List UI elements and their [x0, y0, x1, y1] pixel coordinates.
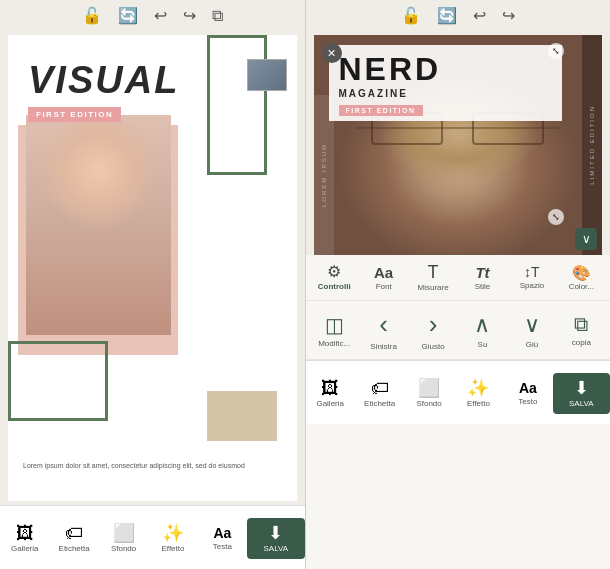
style-icon: Tt — [475, 265, 489, 280]
right-label: Giusto — [421, 342, 444, 351]
right-save-icon: ⬇ — [574, 379, 589, 397]
right-undo-icon[interactable]: ↩ — [473, 6, 486, 25]
modify-icon: ◫ — [325, 313, 344, 337]
right-nav-gallery[interactable]: 🖼 Galleria — [306, 379, 355, 408]
lorem-ipsum-text: LOREM IPSUM — [321, 143, 327, 207]
action-modify[interactable]: ◫ Modific... — [310, 313, 359, 348]
down-label: Giù — [526, 340, 538, 349]
close-button[interactable]: ✕ — [322, 43, 342, 63]
tool-space[interactable]: ↕T Spazio — [507, 265, 556, 290]
refresh-icon[interactable]: 🔄 — [118, 6, 138, 25]
limited-edition-text: LIMITED EDITION — [589, 105, 595, 185]
visual-title: VISUAL — [28, 59, 179, 102]
right-label-icon: 🏷 — [371, 379, 389, 397]
woman-figure — [26, 115, 171, 335]
tool-style[interactable]: Tt Stile — [458, 265, 507, 291]
nav-text[interactable]: Aa Testa — [198, 526, 247, 551]
right-arrow-icon: › — [429, 309, 438, 340]
lorem-text: Lorem ipsum dolor sit amet, consectetur … — [23, 461, 245, 471]
magazine-right-design: NERD MAGAZINE FIRST EDITION ✕ ⤡ ⤡ LIMITE… — [314, 35, 603, 255]
action-right[interactable]: › Giusto — [408, 309, 457, 351]
nav-effect[interactable]: ✨ Effetto — [148, 524, 197, 553]
color-icon: 🎨 — [572, 265, 591, 280]
left-panel: 🔓 🔄 ↩ ↪ ⧉ VISUAL FIRST EDITION — [0, 0, 305, 569]
left-bottom-nav: 🖼 Galleria 🏷 Etichetta ⬜ Sfondo ✨ Effett… — [0, 505, 305, 569]
right-nav-text[interactable]: Aa Testo — [503, 381, 552, 406]
measure-label: Misurare — [417, 283, 448, 292]
modify-label: Modific... — [318, 339, 350, 348]
right-nav-effect-label: Effetto — [467, 399, 490, 408]
right-nav-save-label: SALVA — [569, 399, 594, 408]
right-nav-background-label: Sfondo — [416, 399, 441, 408]
right-tools: ⚙ Controlli Aa Font T Misurare Tt Stile … — [306, 255, 611, 569]
woman-photo — [26, 115, 171, 335]
magazine-text: MAGAZINE — [339, 88, 553, 99]
nav-gallery-label: Galleria — [11, 544, 39, 553]
tool-controls[interactable]: ⚙ Controlli — [310, 264, 359, 291]
resize-handle-bottom-right[interactable]: ⤡ — [548, 209, 564, 225]
action-up[interactable]: ∧ Su — [458, 312, 507, 349]
left-label: Sinistra — [370, 342, 397, 351]
nav-background[interactable]: ⬜ Sfondo — [99, 524, 148, 553]
right-nav-background[interactable]: ⬜ Sfondo — [404, 379, 453, 408]
nav-label[interactable]: 🏷 Etichetta — [49, 524, 98, 553]
right-nav-effect[interactable]: ✨ Effetto — [454, 379, 503, 408]
lorem-side: LOREM IPSUM — [314, 95, 334, 255]
text-icon: Aa — [213, 526, 231, 540]
copy-icon: ⧉ — [574, 313, 588, 336]
left-arrow-icon: ‹ — [379, 309, 388, 340]
right-redo-icon[interactable]: ↪ — [502, 6, 515, 25]
gallery-icon: 🖼 — [16, 524, 34, 542]
scroll-indicator[interactable]: ∨ — [575, 228, 597, 250]
action-copy[interactable]: ⧉ copia — [557, 313, 606, 347]
right-refresh-icon[interactable]: 🔄 — [437, 6, 457, 25]
action-down[interactable]: ∨ Giù — [507, 312, 556, 349]
nav-effect-label: Effetto — [161, 544, 184, 553]
nerd-title-box[interactable]: NERD MAGAZINE FIRST EDITION — [329, 45, 563, 121]
measure-icon: T — [428, 263, 439, 281]
green-border-bottom — [8, 341, 108, 421]
nav-text-label: Testa — [213, 542, 232, 551]
beige-rect — [207, 391, 277, 441]
right-gallery-icon: 🖼 — [321, 379, 339, 397]
right-panel: 🔓 🔄 ↩ ↪ NERD MAGAZINE FIRST EDITION ✕ — [306, 0, 611, 569]
first-edition-badge-left: FIRST EDITION — [28, 107, 121, 122]
right-lock-open-icon[interactable]: 🔓 — [401, 6, 421, 25]
right-effect-icon: ✨ — [467, 379, 489, 397]
lock-open-icon[interactable]: 🔓 — [82, 6, 102, 25]
tool-font[interactable]: Aa Font — [359, 265, 408, 291]
green-border-top — [207, 35, 267, 175]
style-label: Stile — [475, 282, 491, 291]
tool-measure[interactable]: T Misurare — [408, 263, 457, 292]
right-nav-save[interactable]: ⬇ SALVA — [553, 373, 610, 414]
label-icon: 🏷 — [65, 524, 83, 542]
left-canvas: VISUAL FIRST EDITION Lorem ipsum dolor s… — [8, 35, 297, 501]
up-label: Su — [478, 340, 488, 349]
font-icon: Aa — [374, 265, 393, 280]
font-label: Font — [376, 282, 392, 291]
save-icon: ⬇ — [268, 524, 283, 542]
nerd-text: NERD — [339, 51, 553, 88]
background-icon: ⬜ — [113, 524, 135, 542]
layers-icon[interactable]: ⧉ — [212, 7, 223, 25]
right-nav-text-label: Testo — [518, 397, 537, 406]
nav-label-label: Etichetta — [59, 544, 90, 553]
color-label: Color... — [569, 282, 594, 291]
small-photo-thumbnail — [247, 59, 287, 91]
resize-handle-top-right[interactable]: ⤡ — [548, 43, 564, 59]
nav-save[interactable]: ⬇ SALVA — [247, 518, 304, 559]
first-edition-badge-right: FIRST EDITION — [339, 105, 423, 116]
space-icon: ↕T — [524, 265, 540, 279]
action-left[interactable]: ‹ Sinistra — [359, 309, 408, 351]
right-bottom-nav: 🖼 Galleria 🏷 Etichetta ⬜ Sfondo ✨ Effett… — [306, 360, 611, 424]
right-nav-gallery-label: Galleria — [316, 399, 344, 408]
undo-icon[interactable]: ↩ — [154, 6, 167, 25]
tools-row: ⚙ Controlli Aa Font T Misurare Tt Stile … — [306, 255, 611, 301]
redo-icon[interactable]: ↪ — [183, 6, 196, 25]
tool-color[interactable]: 🎨 Color... — [557, 265, 606, 291]
right-toolbar: 🔓 🔄 ↩ ↪ — [306, 0, 611, 31]
nav-gallery[interactable]: 🖼 Galleria — [0, 524, 49, 553]
copy-label: copia — [572, 338, 591, 347]
right-nav-label[interactable]: 🏷 Etichetta — [355, 379, 404, 408]
nav-save-label: SALVA — [264, 544, 289, 553]
